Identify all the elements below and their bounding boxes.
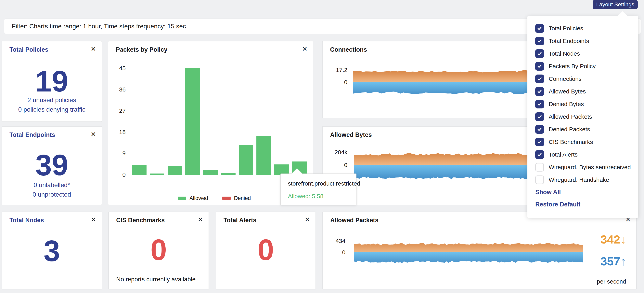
card-title: Total Endpoints <box>10 131 55 138</box>
layout-menu-item-label: CIS Benchmarks <box>549 139 593 145</box>
allowed-bar[interactable] <box>168 166 182 175</box>
total-policies-value: 19 <box>2 64 102 99</box>
card-title: Connections <box>330 46 367 53</box>
allowed-bar[interactable] <box>203 170 218 175</box>
show-all-link[interactable]: Show All <box>528 186 638 198</box>
allowed-bar[interactable] <box>256 136 271 175</box>
layout-menu-items: Total PoliciesTotal EndpointsTotal Nodes… <box>528 22 638 186</box>
card-total-nodes: Total Nodes ✕ 3 <box>2 212 102 289</box>
close-icon[interactable]: ✕ <box>90 46 96 52</box>
y-zero-label: 0 <box>326 79 348 86</box>
filter-text: Filter: Charts time range: 1 hour, Time … <box>12 23 186 30</box>
close-icon[interactable]: ✕ <box>90 216 96 223</box>
denied-legend-swatch <box>222 197 231 200</box>
layout-menu-item-label: Connections <box>549 76 582 82</box>
total-endpoints-value: 39 <box>2 147 102 183</box>
y-max-label: 204k <box>326 149 348 156</box>
chart-tooltip: storefront.product.restricted Allowed: 5… <box>280 173 356 205</box>
card-title: Total Alerts <box>224 217 256 224</box>
allowed-bar[interactable] <box>274 164 289 175</box>
layout-menu-item-label: Denied Packets <box>549 126 590 133</box>
tooltip-allowed-value: Allowed: 5.58 <box>288 193 324 199</box>
layout-menu-item[interactable]: Denied Bytes <box>528 98 638 110</box>
checkbox-unchecked-icon[interactable] <box>535 175 544 184</box>
layout-menu-item-label: Packets By Policy <box>549 63 596 70</box>
arrow-down-icon: ↓ <box>620 233 626 246</box>
checkbox-checked-icon[interactable] <box>535 24 544 33</box>
layout-menu-item[interactable]: Allowed Bytes <box>528 85 638 98</box>
layout-menu-item[interactable]: CIS Benchmarks <box>528 136 638 148</box>
card-total-alerts: Total Alerts ✕ 0 <box>216 212 316 289</box>
layout-menu-item-label: Total Policies <box>549 25 583 32</box>
checkbox-checked-icon[interactable] <box>535 37 544 45</box>
allowed-legend-swatch <box>178 197 186 200</box>
sent-per-second: 357↑ <box>600 253 626 269</box>
allowed-bar[interactable] <box>150 173 164 175</box>
card-total-policies: Total Policies ✕ 19 2 unused policies 0 … <box>2 41 102 122</box>
layout-menu-item-label: Allowed Packets <box>549 113 592 120</box>
close-icon[interactable]: ✕ <box>90 131 96 137</box>
denying-policies-line: 0 policies denying traffic <box>2 106 102 113</box>
received-per-second: 342↓ <box>600 232 626 247</box>
y-max-label: 17.2 <box>326 67 348 74</box>
checkbox-checked-icon[interactable] <box>535 49 544 58</box>
checkbox-checked-icon[interactable] <box>535 100 544 108</box>
total-nodes-value: 3 <box>2 233 102 268</box>
checkbox-checked-icon[interactable] <box>535 112 544 121</box>
layout-settings-button[interactable]: Layout Settings <box>593 0 638 9</box>
checkbox-checked-icon[interactable] <box>535 62 544 71</box>
card-cis-benchmarks: CIS Benchmarks ✕ 0 No reports currently … <box>108 212 209 289</box>
arrow-up-icon: ↑ <box>620 255 626 268</box>
layout-menu-item-label: Wireguard. Bytes sent/received <box>549 164 631 171</box>
checkbox-unchecked-icon[interactable] <box>535 163 544 172</box>
allowed-bar[interactable] <box>185 68 200 175</box>
layout-menu-item-label: Total Alerts <box>549 151 578 158</box>
layout-menu-item[interactable]: Wireguard. Bytes sent/received <box>528 161 638 173</box>
card-title: Allowed Packets <box>330 217 378 224</box>
layout-settings-menu: Total PoliciesTotal EndpointsTotal Nodes… <box>528 16 638 218</box>
card-title: CIS Benchmarks <box>116 217 165 224</box>
card-allowed-packets: Allowed Packets ✕ 434 0 342↓ 357↑ per se… <box>322 212 637 289</box>
allowed-legend-label: Allowed <box>190 195 208 202</box>
layout-menu-item[interactable]: Total Alerts <box>528 148 638 161</box>
card-total-endpoints: Total Endpoints ✕ 39 0 unlabelled* 0 unp… <box>2 126 102 205</box>
layout-menu-item[interactable]: Wireguard. Handshake <box>528 173 638 186</box>
close-icon[interactable]: ✕ <box>198 216 203 223</box>
layout-menu-item[interactable]: Total Endpoints <box>528 35 638 47</box>
layout-menu-item[interactable]: Total Policies <box>528 22 638 35</box>
layout-menu-item-label: Total Nodes <box>549 50 580 57</box>
checkbox-checked-icon[interactable] <box>535 125 544 134</box>
received-area-series <box>354 243 583 252</box>
checkbox-checked-icon[interactable] <box>535 150 544 159</box>
unused-policies-line: 2 unused policies <box>2 96 102 104</box>
y-zero-label: 0 <box>326 161 348 169</box>
layout-menu-item[interactable]: Packets By Policy <box>528 60 638 73</box>
layout-menu-item-label: Denied Bytes <box>549 101 584 107</box>
allowed-bar[interactable] <box>221 173 236 175</box>
card-title: Allowed Bytes <box>330 131 372 138</box>
layout-menu-item[interactable]: Connections <box>528 73 638 85</box>
cis-benchmarks-value: 0 <box>109 232 208 267</box>
cis-note: No reports currently available <box>116 276 196 283</box>
layout-menu-item[interactable]: Allowed Packets <box>528 110 638 123</box>
checkbox-checked-icon[interactable] <box>535 138 544 146</box>
allowed-packets-stream-chart[interactable] <box>354 239 583 265</box>
restore-default-link[interactable]: Restore Default <box>528 198 638 211</box>
unlabelled-line: 0 unlabelled* <box>2 181 102 189</box>
per-second-label: per second <box>597 278 626 285</box>
close-icon[interactable]: ✕ <box>304 216 310 223</box>
layout-menu-item-label: Wireguard. Handshake <box>549 176 609 183</box>
y-max-label: 434 <box>324 237 346 244</box>
layout-menu-item[interactable]: Denied Packets <box>528 123 638 136</box>
allowed-bar[interactable] <box>132 165 146 175</box>
card-title: Total Policies <box>10 46 48 53</box>
unprotected-line: 0 unprotected <box>2 190 102 198</box>
layout-menu-item-label: Total Endpoints <box>549 38 589 44</box>
y-zero-label: 0 <box>324 249 346 256</box>
allowed-bar[interactable] <box>239 145 253 175</box>
checkbox-checked-icon[interactable] <box>535 75 544 83</box>
tooltip-policy-name: storefront.product.restricted <box>288 180 360 187</box>
checkbox-checked-icon[interactable] <box>535 87 544 96</box>
layout-menu-item-label: Allowed Bytes <box>549 88 586 95</box>
layout-menu-item[interactable]: Total Nodes <box>528 47 638 60</box>
